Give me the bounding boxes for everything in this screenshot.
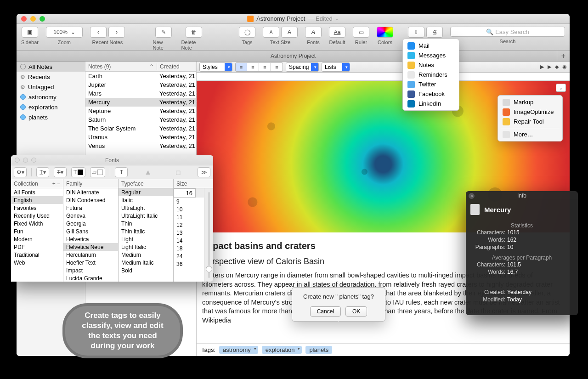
add-tab-button[interactable]: + xyxy=(557,51,570,61)
ruler-button[interactable]: ▭ xyxy=(353,27,369,38)
list-item[interactable]: Light Italic xyxy=(119,243,173,251)
spacing-select[interactable]: Spacing xyxy=(286,62,319,72)
list-item[interactable]: Fixed Width xyxy=(11,220,63,227)
sidebar-item-untagged[interactable]: Untagged xyxy=(17,82,85,92)
tag-chip-astronomy[interactable]: astronomy xyxy=(219,346,258,354)
lists-select[interactable]: Lists xyxy=(322,62,350,72)
list-item[interactable]: DIN Condensed xyxy=(63,196,118,204)
list-item[interactable]: Bold xyxy=(119,266,173,274)
align-justify[interactable]: ≡ xyxy=(271,62,283,72)
underline-button[interactable]: T▾ xyxy=(36,167,49,177)
note-row[interactable]: MercuryYesterday, 21:13 xyxy=(85,98,196,107)
list-item[interactable]: Futura xyxy=(63,204,118,212)
fonts-close[interactable] xyxy=(15,158,20,163)
list-item[interactable]: Regular xyxy=(119,188,173,196)
delete-note-button[interactable]: 🗑 xyxy=(186,27,202,38)
note-row[interactable]: The Solar SystemYesterday, 21:13 xyxy=(85,124,196,133)
menu-item-markup[interactable]: Markup xyxy=(498,97,562,107)
font-size-slider[interactable] xyxy=(204,188,213,282)
recent-back-button[interactable]: ‹ xyxy=(90,27,107,38)
text-color-button[interactable]: T xyxy=(71,167,85,177)
cancel-button[interactable]: Cancel xyxy=(310,306,341,317)
colors-button[interactable] xyxy=(377,27,393,38)
nav-diamond-icon[interactable]: ◆ xyxy=(555,64,559,70)
list-item[interactable]: Helvetica Neue xyxy=(63,243,118,251)
list-item[interactable]: Hoefler Text xyxy=(63,259,118,266)
close-window[interactable] xyxy=(21,16,27,22)
fonts-minimize[interactable] xyxy=(23,158,28,163)
menu-item-more[interactable]: More… xyxy=(498,130,562,139)
list-item[interactable]: DIN Alternate xyxy=(63,188,118,196)
list-item[interactable]: Gill Sans xyxy=(63,227,118,235)
list-item[interactable]: 12 xyxy=(174,221,204,229)
print-button[interactable]: 🖨 xyxy=(426,27,443,38)
list-item[interactable]: Geneva xyxy=(63,212,118,220)
created-column-header[interactable]: Created xyxy=(160,63,180,70)
list-item[interactable]: Recently Used xyxy=(11,212,63,220)
list-item[interactable]: Helvetica xyxy=(63,235,118,243)
list-item[interactable]: English xyxy=(11,196,63,204)
list-item[interactable]: PDF xyxy=(11,243,63,251)
list-item[interactable]: Traditional xyxy=(11,251,63,259)
share-item-messages[interactable]: Messages xyxy=(403,51,459,60)
sidebar-item-astronomy[interactable]: astronomy xyxy=(17,92,85,102)
list-item[interactable]: Italic xyxy=(119,196,173,204)
list-item[interactable]: Georgia xyxy=(63,220,118,227)
share-item-mail[interactable]: Mail xyxy=(403,41,459,51)
list-item[interactable]: UltraLight xyxy=(119,204,173,212)
sidebar-item-recents[interactable]: Recents xyxy=(17,72,85,82)
list-item[interactable]: 9 xyxy=(174,198,204,205)
list-item[interactable]: 11 xyxy=(174,213,204,221)
share-button[interactable]: ⇧ xyxy=(408,27,424,38)
sidebar-item-all-notes[interactable]: All Notes xyxy=(17,62,85,72)
note-row[interactable]: MarsYesterday, 21:13 xyxy=(85,89,196,98)
list-item[interactable]: 14 xyxy=(174,237,204,244)
note-row[interactable]: EarthYesterday, 21:13 xyxy=(85,72,196,80)
shadow-opacity-slider[interactable]: ▲ xyxy=(144,168,152,176)
list-item[interactable]: Web xyxy=(11,259,63,266)
list-item[interactable]: 18 xyxy=(174,244,204,252)
tag-chip-exploration[interactable]: exploration xyxy=(262,346,302,354)
list-item[interactable]: Medium Italic xyxy=(119,259,173,266)
note-row[interactable]: UranusYesterday, 21:13 xyxy=(85,133,196,141)
share-item-notes[interactable]: Notes xyxy=(403,60,459,70)
list-item[interactable]: 24 xyxy=(174,252,204,260)
tag-chip-planets[interactable]: planets xyxy=(305,346,332,354)
list-item[interactable]: Favorites xyxy=(11,204,63,212)
list-item[interactable]: Thin xyxy=(119,220,173,227)
tab-title[interactable]: Astronomy Project xyxy=(271,53,316,59)
collection-add-remove[interactable]: + − xyxy=(52,181,60,187)
title-menu-chevron[interactable]: ⌄ xyxy=(335,16,339,21)
minimize-window[interactable] xyxy=(30,16,36,22)
menu-item-imageoptimize[interactable]: ImageOptimize xyxy=(498,107,562,117)
ruler[interactable] xyxy=(197,73,570,81)
styles-select[interactable]: Styles xyxy=(199,62,232,72)
align-center[interactable]: ≡ xyxy=(247,62,259,72)
text-size-larger[interactable]: A xyxy=(281,27,298,38)
share-item-reminders[interactable]: Reminders xyxy=(403,70,459,79)
list-item[interactable]: Light xyxy=(119,235,173,243)
sort-chevron-icon[interactable]: ⌃ xyxy=(149,63,154,70)
notes-count-header[interactable]: Notes (9) xyxy=(88,63,111,70)
nav-circle-icon[interactable]: ◉ xyxy=(562,64,567,70)
list-item[interactable]: Medium xyxy=(119,251,173,259)
list-item[interactable]: Herculanum xyxy=(63,251,118,259)
shadow-toggle[interactable]: T xyxy=(115,167,128,177)
list-item[interactable]: All Fonts xyxy=(11,188,63,196)
zoom-select[interactable]: 100% ⌄ xyxy=(46,27,83,38)
list-item[interactable]: Modern xyxy=(11,235,63,243)
note-row[interactable]: NeptuneYesterday, 21:13 xyxy=(85,107,196,115)
new-note-button[interactable]: ✎ xyxy=(155,27,172,38)
share-item-facebook[interactable]: Facebook xyxy=(403,89,459,99)
recent-forward-button[interactable]: › xyxy=(108,27,125,38)
ok-button[interactable]: OK xyxy=(345,306,367,317)
strikethrough-button[interactable]: T▾ xyxy=(54,167,67,177)
zoom-window[interactable] xyxy=(40,16,45,22)
list-item[interactable]: Lucida Grande xyxy=(63,274,118,282)
list-item[interactable]: UltraLight Italic xyxy=(119,212,173,220)
fonts-overflow[interactable]: ≫ xyxy=(198,167,210,177)
menu-item-repair-tool[interactable]: Repair Tool xyxy=(498,117,562,126)
bg-color-button[interactable]: ▱ xyxy=(90,167,105,177)
font-size-input[interactable] xyxy=(174,188,196,198)
list-item[interactable]: Thin Italic xyxy=(119,227,173,235)
